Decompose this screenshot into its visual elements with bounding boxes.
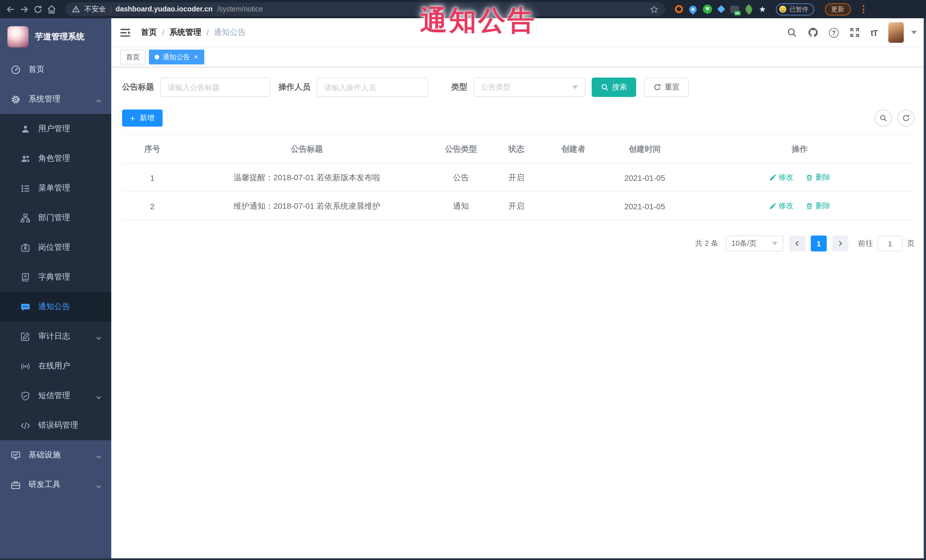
tag-label: 通知公告 <box>163 52 190 62</box>
next-page-button[interactable] <box>832 235 849 252</box>
delete-link[interactable]: 删除 <box>806 172 831 183</box>
operator-filter-input[interactable] <box>324 83 421 92</box>
sidebar-item-posts[interactable]: 岗位管理 <box>0 232 111 262</box>
pencil-icon <box>769 174 776 181</box>
content: 公告标题 操作人员 类型 公告类型 <box>111 67 926 560</box>
security-label: 不安全 <box>85 4 106 14</box>
reset-button[interactable]: 重置 <box>644 77 688 97</box>
sidebar-item-dict[interactable]: 字典管理 <box>0 262 111 292</box>
chevron-left-icon <box>794 241 800 246</box>
sidebar-item-label: 字典管理 <box>38 272 70 282</box>
tags-bar: 首页 通知公告 × <box>111 47 926 67</box>
help-icon[interactable]: ? <box>829 28 839 37</box>
logo-avatar <box>8 26 29 47</box>
bookmark-star-icon[interactable] <box>650 5 658 14</box>
type-select[interactable]: 公告类型 <box>474 77 586 97</box>
font-size-icon[interactable]: tT <box>871 28 878 37</box>
col-created-at: 创建时间 <box>605 135 685 163</box>
sidebar-item-dev-tools[interactable]: 研发工具 <box>0 470 111 500</box>
tag-label: 首页 <box>126 52 140 62</box>
extensions-puzzle-icon[interactable]: ★ <box>759 5 766 13</box>
avatar-caret-icon[interactable] <box>911 31 917 34</box>
url-host: dashboard.yudao.iocoder.cn <box>115 5 213 13</box>
edit-link[interactable]: 修改 <box>769 201 793 211</box>
browser-chrome: 不安全 dashboard.yudao.iocoder.cn/system/no… <box>0 0 926 18</box>
sidebar-item-users[interactable]: 用户管理 <box>0 114 111 144</box>
page-number-1[interactable]: 1 <box>811 235 827 252</box>
org-tree-icon <box>21 213 30 223</box>
sidebar-toggle-icon[interactable] <box>120 28 131 37</box>
fullscreen-icon[interactable] <box>850 27 860 38</box>
edit-link[interactable]: 修改 <box>769 172 793 183</box>
plus-icon: + <box>130 113 135 123</box>
top-navbar: 首页 / 系统管理 / 通知公告 ? <box>111 18 926 47</box>
sidebar-item-label: 审计日志 <box>38 331 70 341</box>
sidebar-item-roles[interactable]: 角色管理 <box>0 144 111 174</box>
browser-menu-icon[interactable] <box>861 4 865 14</box>
cell-status: 开启 <box>491 163 542 192</box>
sidebar-item-error-codes[interactable]: 错误码管理 <box>0 411 111 440</box>
address-bar[interactable]: 不安全 dashboard.yudao.iocoder.cn/system/no… <box>65 2 665 16</box>
sidebar-item-label: 首页 <box>29 65 44 75</box>
extension-blue-pin-icon[interactable] <box>688 4 698 15</box>
sidebar-item-departments[interactable]: 部门管理 <box>0 203 111 232</box>
search-icon <box>601 83 609 91</box>
sidebar-item-label: 部门管理 <box>38 213 70 223</box>
sidebar-item-infrastructure[interactable]: 基础设施 <box>0 440 111 470</box>
prev-page-button[interactable] <box>789 235 805 252</box>
message-bubble-icon <box>21 302 30 312</box>
github-icon[interactable] <box>808 27 818 38</box>
sidebar-item-home[interactable]: 首页 <box>0 55 111 85</box>
breadcrumb-home[interactable]: 首页 <box>141 27 157 38</box>
refresh-table-button[interactable] <box>897 110 915 127</box>
sidebar-item-online-users[interactable]: 在线用户 <box>0 351 111 381</box>
sidebar-item-menus[interactable]: 菜单管理 <box>0 174 111 203</box>
sidebar-item-audit-log[interactable]: 审计日志 <box>0 322 111 351</box>
forward-icon[interactable] <box>20 4 29 14</box>
tab-paused-chip[interactable]: 已暂停 <box>776 3 814 15</box>
tag-home[interactable]: 首页 <box>120 50 145 65</box>
user-avatar[interactable] <box>888 22 904 43</box>
delete-link[interactable]: 删除 <box>806 201 831 211</box>
table-row: 1 温馨提醒：2018-07-01 若依新版本发布啦 公告 开启 2021-01… <box>122 163 915 192</box>
code-icon <box>21 421 30 430</box>
chevron-down-icon <box>96 452 101 458</box>
show-search-button[interactable] <box>875 110 892 127</box>
breadcrumb-separator: / <box>207 28 209 37</box>
chevron-down-icon <box>772 242 778 245</box>
sidebar-item-notice[interactable]: 通知公告 <box>0 292 111 322</box>
goto-page-input[interactable] <box>878 235 903 252</box>
notice-table: 序号 公告标题 公告类型 状态 创建者 创建时间 操作 1 温馨提醒：2018- <box>122 134 915 221</box>
page-size-value: 10条/页 <box>731 238 757 249</box>
tag-close-icon[interactable]: × <box>194 54 198 60</box>
chrome-update-button[interactable]: 更新 <box>825 3 850 15</box>
cell-creator <box>542 192 605 220</box>
vue-devtools-icon[interactable] <box>703 5 712 14</box>
url-path: /system/notice <box>217 5 263 13</box>
search-icon[interactable] <box>787 27 797 38</box>
add-button[interactable]: + 新增 <box>122 110 163 127</box>
sidebar-item-system[interactable]: 系统管理 <box>0 85 111 114</box>
breadcrumb-separator: / <box>162 28 164 37</box>
title-filter-input[interactable] <box>168 83 263 92</box>
goto-unit-label: 页 <box>907 238 915 249</box>
page-size-select[interactable]: 10条/页 <box>726 235 783 252</box>
table-header-row: 序号 公告标题 公告类型 状态 创建者 创建时间 操作 <box>122 135 915 163</box>
back-icon[interactable] <box>6 4 15 14</box>
cell-title: 维护通知：2018-07-01 若依系统凌晨维护 <box>183 192 431 220</box>
search-button[interactable]: 搜索 <box>592 77 636 97</box>
sidebar-item-sms[interactable]: 短信管理 <box>0 381 111 411</box>
cell-created-at: 2021-01-05 <box>605 163 685 192</box>
table-tools <box>875 110 915 127</box>
extension-orange-ring-icon[interactable] <box>675 5 683 13</box>
sidebar-item-label: 研发工具 <box>29 480 61 490</box>
cell-created-at: 2021-01-05 <box>605 192 685 220</box>
home-icon[interactable] <box>47 4 56 14</box>
tag-notice[interactable]: 通知公告 × <box>149 50 204 65</box>
reload-icon[interactable] <box>33 4 43 14</box>
extension-leaf-icon[interactable] <box>744 4 754 15</box>
user-icon <box>21 124 30 134</box>
extension-diamond-icon[interactable] <box>717 5 725 13</box>
proxy-extension-icon[interactable]: on <box>730 5 739 13</box>
breadcrumb-system[interactable]: 系统管理 <box>169 27 201 38</box>
